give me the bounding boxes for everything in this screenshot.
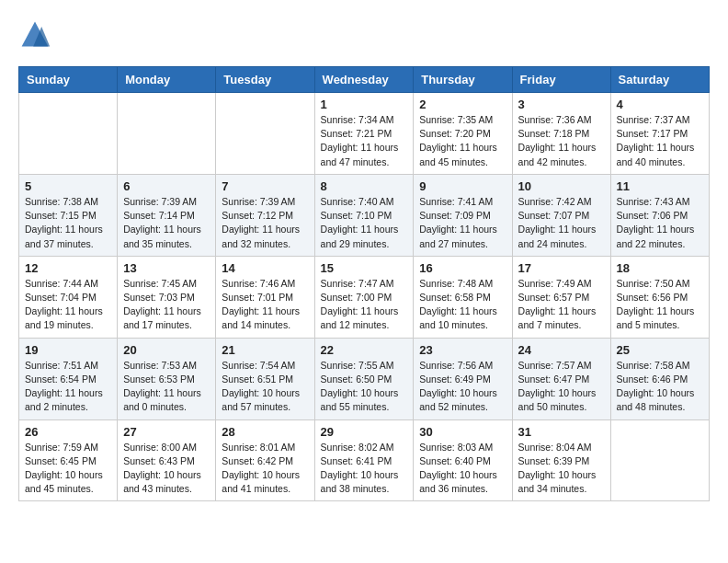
day-number: 18	[617, 261, 703, 275]
day-info: Sunrise: 7:59 AMSunset: 6:45 PMDaylight:…	[25, 442, 103, 495]
day-header-sunday: Sunday	[19, 67, 118, 93]
calendar-cell: 16Sunrise: 7:48 AMSunset: 6:58 PMDayligh…	[414, 256, 512, 338]
day-info: Sunrise: 7:51 AMSunset: 6:54 PMDaylight:…	[25, 360, 103, 413]
day-number: 12	[25, 261, 111, 275]
calendar-cell	[216, 93, 314, 175]
day-info: Sunrise: 7:44 AMSunset: 7:04 PMDaylight:…	[25, 278, 103, 331]
calendar-cell: 7Sunrise: 7:39 AMSunset: 7:12 PMDaylight…	[216, 174, 314, 256]
calendar: SundayMondayTuesdayWednesdayThursdayFrid…	[18, 66, 710, 501]
day-info: Sunrise: 7:35 AMSunset: 7:20 PMDaylight:…	[419, 114, 497, 167]
calendar-cell: 22Sunrise: 7:55 AMSunset: 6:50 PMDayligh…	[314, 338, 414, 419]
calendar-cell: 11Sunrise: 7:43 AMSunset: 7:06 PMDayligh…	[610, 174, 709, 256]
calendar-cell: 2Sunrise: 7:35 AMSunset: 7:20 PMDaylight…	[414, 93, 512, 175]
calendar-cell	[610, 419, 709, 501]
calendar-cell: 27Sunrise: 8:00 AMSunset: 6:43 PMDayligh…	[118, 419, 216, 501]
calendar-cell: 12Sunrise: 7:44 AMSunset: 7:04 PMDayligh…	[19, 256, 118, 338]
day-info: Sunrise: 8:03 AMSunset: 6:40 PMDaylight:…	[419, 442, 497, 495]
day-number: 26	[25, 425, 111, 439]
day-info: Sunrise: 7:49 AMSunset: 6:57 PMDaylight:…	[518, 278, 597, 331]
day-number: 6	[123, 179, 210, 193]
calendar-cell: 29Sunrise: 8:02 AMSunset: 6:41 PMDayligh…	[314, 419, 414, 501]
calendar-header-row: SundayMondayTuesdayWednesdayThursdayFrid…	[19, 67, 710, 93]
calendar-cell: 10Sunrise: 7:42 AMSunset: 7:07 PMDayligh…	[512, 174, 610, 256]
day-info: Sunrise: 7:56 AMSunset: 6:49 PMDaylight:…	[419, 360, 497, 413]
day-number: 5	[25, 179, 111, 193]
calendar-week-2: 5Sunrise: 7:38 AMSunset: 7:15 PMDaylight…	[19, 174, 710, 256]
calendar-cell: 30Sunrise: 8:03 AMSunset: 6:40 PMDayligh…	[414, 419, 512, 501]
day-info: Sunrise: 7:54 AMSunset: 6:51 PMDaylight:…	[222, 360, 300, 413]
day-info: Sunrise: 7:43 AMSunset: 7:06 PMDaylight:…	[617, 196, 695, 249]
day-number: 21	[222, 343, 308, 357]
calendar-cell: 17Sunrise: 7:49 AMSunset: 6:57 PMDayligh…	[512, 256, 610, 338]
day-header-saturday: Saturday	[610, 67, 709, 93]
page-header	[18, 18, 710, 52]
day-info: Sunrise: 7:48 AMSunset: 6:58 PMDaylight:…	[419, 278, 497, 331]
calendar-week-1: 1Sunrise: 7:34 AMSunset: 7:21 PMDaylight…	[19, 93, 710, 175]
day-number: 1	[321, 98, 408, 111]
calendar-cell: 19Sunrise: 7:51 AMSunset: 6:54 PMDayligh…	[19, 338, 118, 419]
day-number: 14	[222, 261, 308, 275]
calendar-cell: 5Sunrise: 7:38 AMSunset: 7:15 PMDaylight…	[19, 174, 118, 256]
day-number: 8	[321, 179, 408, 193]
calendar-cell: 4Sunrise: 7:37 AMSunset: 7:17 PMDaylight…	[610, 93, 709, 175]
day-number: 20	[123, 343, 210, 357]
day-info: Sunrise: 7:55 AMSunset: 6:50 PMDaylight:…	[321, 360, 399, 413]
day-number: 13	[123, 261, 210, 275]
calendar-cell: 18Sunrise: 7:50 AMSunset: 6:56 PMDayligh…	[610, 256, 709, 338]
calendar-cell: 26Sunrise: 7:59 AMSunset: 6:45 PMDayligh…	[19, 419, 118, 501]
day-number: 4	[617, 98, 703, 111]
day-info: Sunrise: 7:58 AMSunset: 6:46 PMDaylight:…	[617, 360, 695, 413]
day-number: 3	[518, 98, 605, 111]
day-number: 17	[518, 261, 605, 275]
day-info: Sunrise: 7:37 AMSunset: 7:17 PMDaylight:…	[617, 114, 695, 167]
day-info: Sunrise: 7:34 AMSunset: 7:21 PMDaylight:…	[321, 114, 399, 167]
calendar-cell: 1Sunrise: 7:34 AMSunset: 7:21 PMDaylight…	[314, 93, 414, 175]
day-info: Sunrise: 8:00 AMSunset: 6:43 PMDaylight:…	[123, 442, 201, 495]
calendar-cell: 3Sunrise: 7:36 AMSunset: 7:18 PMDaylight…	[512, 93, 610, 175]
calendar-cell: 9Sunrise: 7:41 AMSunset: 7:09 PMDaylight…	[414, 174, 512, 256]
day-number: 24	[518, 343, 605, 357]
day-number: 2	[419, 98, 506, 111]
day-number: 31	[518, 425, 605, 439]
day-number: 16	[419, 261, 506, 275]
logo	[18, 18, 57, 52]
day-info: Sunrise: 7:39 AMSunset: 7:12 PMDaylight:…	[222, 196, 300, 249]
calendar-cell: 13Sunrise: 7:45 AMSunset: 7:03 PMDayligh…	[118, 256, 216, 338]
day-info: Sunrise: 7:46 AMSunset: 7:01 PMDaylight:…	[222, 278, 300, 331]
day-number: 9	[419, 179, 506, 193]
day-number: 25	[617, 343, 703, 357]
logo-icon	[18, 18, 51, 52]
day-info: Sunrise: 7:50 AMSunset: 6:56 PMDaylight:…	[617, 278, 695, 331]
calendar-cell: 20Sunrise: 7:53 AMSunset: 6:53 PMDayligh…	[118, 338, 216, 419]
day-header-tuesday: Tuesday	[216, 67, 314, 93]
calendar-cell: 31Sunrise: 8:04 AMSunset: 6:39 PMDayligh…	[512, 419, 610, 501]
day-info: Sunrise: 7:38 AMSunset: 7:15 PMDaylight:…	[25, 196, 103, 249]
calendar-cell	[19, 93, 118, 175]
calendar-cell: 28Sunrise: 8:01 AMSunset: 6:42 PMDayligh…	[216, 419, 314, 501]
day-info: Sunrise: 7:41 AMSunset: 7:09 PMDaylight:…	[419, 196, 497, 249]
day-number: 30	[419, 425, 506, 439]
calendar-cell	[118, 93, 216, 175]
day-info: Sunrise: 7:36 AMSunset: 7:18 PMDaylight:…	[518, 114, 597, 167]
day-header-monday: Monday	[118, 67, 216, 93]
day-info: Sunrise: 8:01 AMSunset: 6:42 PMDaylight:…	[222, 442, 300, 495]
calendar-cell: 6Sunrise: 7:39 AMSunset: 7:14 PMDaylight…	[118, 174, 216, 256]
day-number: 23	[419, 343, 506, 357]
calendar-week-5: 26Sunrise: 7:59 AMSunset: 6:45 PMDayligh…	[19, 419, 710, 501]
calendar-cell: 15Sunrise: 7:47 AMSunset: 7:00 PMDayligh…	[314, 256, 414, 338]
day-info: Sunrise: 7:45 AMSunset: 7:03 PMDaylight:…	[123, 278, 201, 331]
day-info: Sunrise: 7:57 AMSunset: 6:47 PMDaylight:…	[518, 360, 597, 413]
day-number: 29	[321, 425, 408, 439]
calendar-cell: 25Sunrise: 7:58 AMSunset: 6:46 PMDayligh…	[610, 338, 709, 419]
calendar-cell: 24Sunrise: 7:57 AMSunset: 6:47 PMDayligh…	[512, 338, 610, 419]
calendar-cell: 23Sunrise: 7:56 AMSunset: 6:49 PMDayligh…	[414, 338, 512, 419]
day-number: 27	[123, 425, 210, 439]
day-number: 19	[25, 343, 111, 357]
day-header-wednesday: Wednesday	[314, 67, 414, 93]
calendar-week-3: 12Sunrise: 7:44 AMSunset: 7:04 PMDayligh…	[19, 256, 710, 338]
calendar-cell: 8Sunrise: 7:40 AMSunset: 7:10 PMDaylight…	[314, 174, 414, 256]
day-number: 10	[518, 179, 605, 193]
day-header-thursday: Thursday	[414, 67, 512, 93]
day-info: Sunrise: 8:02 AMSunset: 6:41 PMDaylight:…	[321, 442, 399, 495]
day-number: 22	[321, 343, 408, 357]
